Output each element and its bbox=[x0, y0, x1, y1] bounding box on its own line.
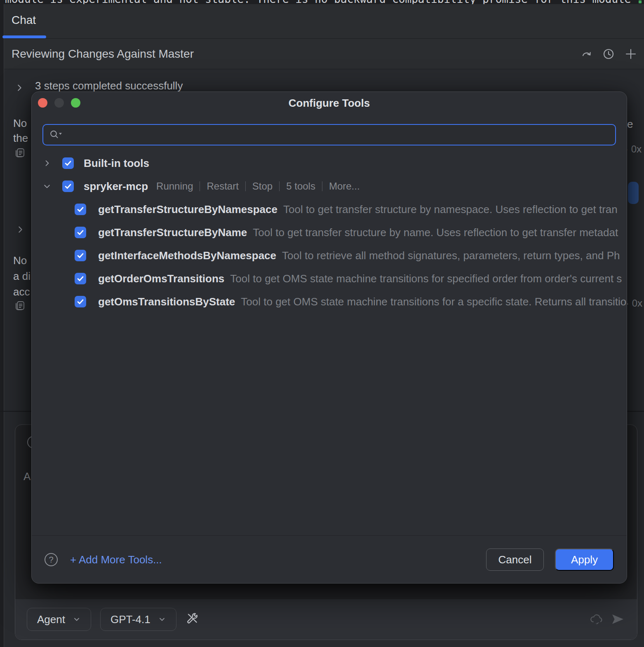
hidden-button-fragment bbox=[628, 182, 639, 204]
tool-description: Tool to get transfer structure by namesp… bbox=[283, 203, 618, 216]
server-status: Running bbox=[156, 181, 193, 192]
search-input[interactable] bbox=[63, 129, 609, 141]
message-fragment: acc bbox=[13, 286, 30, 298]
model-dropdown[interactable]: GPT-4.1 bbox=[100, 608, 176, 631]
separator bbox=[279, 181, 280, 191]
chat-tabbar: Chat bbox=[4, 4, 644, 39]
checkbox-checked[interactable] bbox=[75, 273, 86, 284]
conversation-header: Reviewing Changes Against Master bbox=[4, 39, 644, 69]
separator bbox=[245, 181, 246, 191]
editor-clipped-text: module is experimental and not stable. T… bbox=[5, 0, 631, 4]
server-name: spryker-mcp bbox=[84, 180, 148, 193]
message-fragment: No bbox=[13, 254, 27, 267]
separator bbox=[200, 181, 200, 191]
copy-icon[interactable] bbox=[14, 147, 26, 159]
tools-icon[interactable] bbox=[186, 612, 200, 626]
search-icon[interactable] bbox=[49, 129, 63, 140]
tools-tree: Built-in tools spryker-mcp Running Resta… bbox=[32, 152, 627, 313]
editor-top-strip: module is experimental and not stable. T… bbox=[0, 0, 644, 4]
group-label: Built-in tools bbox=[84, 157, 149, 170]
composer-footer: Agent GPT-4.1 bbox=[15, 599, 637, 640]
tool-description: Tool to retrieve all method signatures, … bbox=[282, 249, 620, 262]
apply-button[interactable]: Apply bbox=[555, 549, 614, 571]
dialog-footer: ? + Add More Tools... Cancel Apply bbox=[32, 536, 627, 584]
send-icon[interactable] bbox=[611, 612, 625, 626]
stop-action[interactable]: Stop bbox=[252, 181, 273, 192]
checkbox-checked[interactable] bbox=[62, 181, 74, 192]
tool-description: Tool to get OMS state machine transition… bbox=[230, 272, 622, 285]
tool-name: getTransferStructureByNamespace bbox=[98, 203, 277, 216]
agent-mode-dropdown[interactable]: Agent bbox=[27, 608, 91, 631]
help-icon[interactable]: ? bbox=[45, 553, 58, 566]
tool-name: getTransferStructureByName bbox=[98, 226, 247, 239]
tree-row-spryker-mcp[interactable]: spryker-mcp Running Restart Stop 5 tools… bbox=[32, 175, 627, 198]
chevron-right-icon[interactable] bbox=[42, 158, 52, 168]
tool-name: getOrderOmsTransitions bbox=[98, 272, 224, 285]
tab-chat[interactable]: Chat bbox=[12, 4, 36, 36]
message-fragment: e bbox=[627, 118, 633, 131]
tools-count: 5 tools bbox=[286, 181, 315, 192]
cost-fragment: · 0x bbox=[626, 298, 642, 309]
configure-tools-dialog: Configure Tools Built-in tools bbox=[31, 91, 627, 584]
separator bbox=[322, 181, 322, 191]
tool-row[interactable]: getOmsTransitionsByState Tool to get OMS… bbox=[32, 290, 627, 313]
new-chat-icon[interactable] bbox=[624, 47, 637, 61]
tool-name: getInterfaceMethodsByNamespace bbox=[98, 249, 276, 262]
more-action[interactable]: More... bbox=[329, 181, 360, 192]
chevron-down-icon bbox=[158, 615, 166, 624]
tool-row[interactable]: getTransferStructureByName Tool to get t… bbox=[32, 221, 627, 244]
dialog-title: Configure Tools bbox=[32, 97, 627, 110]
copy-icon[interactable] bbox=[14, 300, 26, 312]
tool-row[interactable]: getOrderOmsTransitions Tool to get OMS s… bbox=[32, 267, 627, 290]
tool-name: getOmsTransitionsByState bbox=[98, 295, 235, 308]
checkbox-checked[interactable] bbox=[75, 227, 86, 238]
composer-fragment: A bbox=[24, 470, 31, 483]
add-more-tools-link[interactable]: + Add More Tools... bbox=[70, 553, 162, 566]
active-tab-underline bbox=[2, 35, 46, 38]
upload-cloud-icon[interactable] bbox=[589, 613, 605, 626]
cancel-button[interactable]: Cancel bbox=[486, 549, 544, 571]
chevron-down-icon[interactable] bbox=[42, 181, 52, 191]
conversation-title: Reviewing Changes Against Master bbox=[12, 39, 194, 69]
message-fragment: the bbox=[13, 132, 28, 145]
chevron-right-icon[interactable] bbox=[15, 83, 24, 92]
restart-action[interactable]: Restart bbox=[207, 181, 238, 192]
divider bbox=[4, 69, 644, 69]
tree-row-builtin-tools[interactable]: Built-in tools bbox=[32, 152, 627, 175]
cost-fragment: · 0x bbox=[625, 143, 642, 155]
message-fragment: a di bbox=[13, 270, 31, 283]
tool-row[interactable]: getInterfaceMethodsByNamespace Tool to r… bbox=[32, 244, 627, 267]
steps-banner[interactable]: 3 steps completed successfully bbox=[35, 80, 183, 92]
chevron-right-icon[interactable] bbox=[16, 225, 25, 234]
checkbox-checked[interactable] bbox=[75, 296, 86, 307]
tool-description: Tool to get transfer structure by name. … bbox=[253, 226, 618, 239]
tool-search-box[interactable] bbox=[42, 124, 616, 145]
checkbox-checked[interactable] bbox=[75, 250, 86, 261]
checkbox-checked[interactable] bbox=[75, 204, 86, 215]
tool-description: Tool to get OMS state machine transition… bbox=[241, 295, 626, 308]
chevron-down-icon bbox=[73, 615, 81, 624]
history-icon[interactable] bbox=[602, 47, 615, 61]
checkbox-checked[interactable] bbox=[62, 157, 74, 169]
redo-icon[interactable] bbox=[581, 48, 593, 60]
panel-splitter[interactable] bbox=[0, 4, 4, 647]
message-fragment: No bbox=[13, 117, 27, 130]
tool-row[interactable]: getTransferStructureByNamespace Tool to … bbox=[32, 198, 627, 221]
editor-marker-dot bbox=[639, 0, 642, 3]
